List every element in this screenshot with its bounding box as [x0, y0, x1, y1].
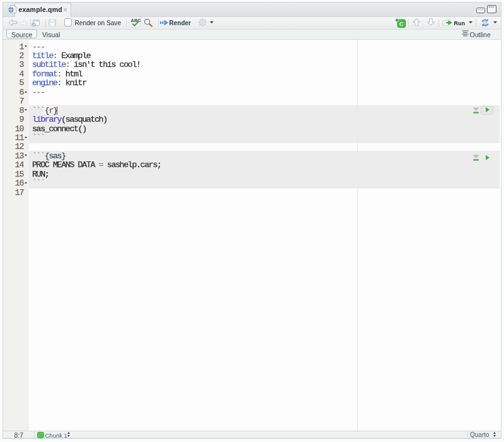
svg-text:C: C — [399, 20, 404, 27]
